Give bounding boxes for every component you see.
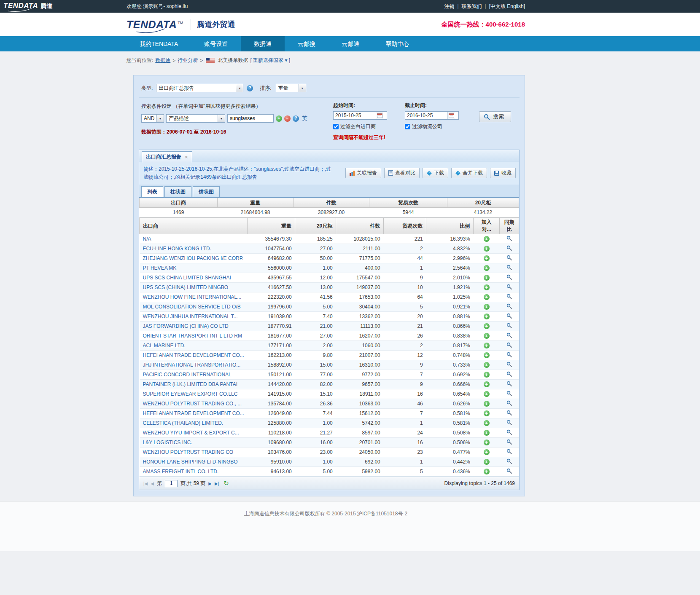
yoy-compare-icon[interactable] (506, 410, 512, 415)
remove-condition-icon[interactable]: − (284, 115, 291, 122)
yoy-compare-icon[interactable] (506, 371, 512, 377)
first-page-button[interactable]: |◀ (143, 481, 148, 486)
add-to-compare-icon[interactable]: + (484, 420, 490, 426)
add-to-compare-icon[interactable]: + (484, 362, 490, 368)
add-to-compare-icon[interactable]: + (484, 294, 490, 300)
yoy-compare-icon[interactable] (506, 439, 512, 445)
add-to-compare-icon[interactable]: + (484, 333, 490, 339)
exporter-name-link[interactable]: L&Y LOGISTICS INC. (143, 440, 192, 445)
exporter-name-link[interactable]: UPS SCS CHINA LIMITED SHANGHAI (143, 275, 231, 281)
filter-logistics-checkbox[interactable]: 过滤物流公司 (405, 123, 459, 130)
yoy-compare-icon[interactable] (506, 420, 512, 425)
exporter-name-link[interactable]: JHJ INTERNATIONAL TRANSPORTATIO... (143, 362, 241, 368)
add-to-compare-icon[interactable]: + (484, 410, 490, 416)
exporter-name-link[interactable]: WENZHOU HOW FINE INTERNATIONAL... (143, 294, 242, 300)
yoy-compare-icon[interactable] (506, 294, 512, 299)
add-to-compare-icon[interactable]: + (484, 459, 490, 465)
exporter-name-link[interactable]: ZHEJIANG WENZHOU PACKING I/E CORP. (143, 255, 244, 261)
add-to-compare-icon[interactable]: + (484, 314, 490, 319)
add-to-compare-icon[interactable]: + (484, 440, 490, 445)
contact-us-link[interactable]: 联系我们 (462, 3, 482, 10)
tab-list-view[interactable]: 列表 (141, 186, 163, 197)
yoy-compare-icon[interactable] (506, 284, 512, 289)
add-to-compare-icon[interactable]: + (484, 255, 490, 261)
exporter-name-link[interactable]: HEFEI ANAN TRADE DEVELOPMENT CO... (143, 352, 244, 358)
english-toggle-link[interactable]: 英 (302, 115, 307, 122)
start-date-input[interactable] (334, 113, 376, 118)
yoy-compare-icon[interactable] (506, 323, 512, 328)
add-condition-icon[interactable]: + (276, 115, 282, 122)
exporter-name-link[interactable]: PANTAINER (H.K.) LIMITED DBA PANTAI (143, 381, 237, 387)
yoy-compare-icon[interactable] (506, 458, 512, 464)
yoy-compare-icon[interactable] (506, 303, 512, 309)
add-to-compare-icon[interactable]: + (484, 343, 490, 348)
exporter-name-link[interactable]: CELESTICA (THAILAND) LIMITED. (143, 420, 223, 426)
nav-item-my-tendata[interactable]: 我的TENDATA (127, 36, 191, 51)
exporter-name-link[interactable]: HEFEI ANAN TRADE DEVELOPMENT CO... (143, 410, 244, 416)
yoy-compare-icon[interactable] (506, 468, 512, 474)
yoy-compare-icon[interactable] (506, 362, 512, 367)
add-to-compare-icon[interactable]: + (484, 381, 490, 387)
related-report-button[interactable]: 关联报告 (345, 168, 381, 178)
add-to-compare-icon[interactable]: + (484, 275, 490, 281)
yoy-compare-icon[interactable] (506, 332, 512, 338)
exporter-name-link[interactable]: MOL CONSOLIDATION SERVICE LTD O/B (143, 304, 241, 310)
exporter-name-link[interactable]: JAS FORWARDING (CHINA) CO LTD (143, 323, 229, 329)
add-to-compare-icon[interactable]: + (484, 304, 490, 310)
exporter-name-link[interactable]: ECU-LINE HONG KONG LTD. (143, 246, 211, 252)
add-to-compare-icon[interactable]: + (484, 236, 490, 242)
checkbox-input[interactable] (333, 124, 339, 129)
exporter-name-link[interactable]: AMASS FREIGHT INTL CO. LTD. (143, 469, 219, 474)
breadcrumb-link-datatong[interactable]: 数据通 (155, 57, 170, 64)
yoy-compare-icon[interactable] (506, 342, 512, 348)
add-to-compare-icon[interactable]: + (484, 352, 490, 358)
add-to-compare-icon[interactable]: + (484, 449, 490, 455)
calendar-icon[interactable] (376, 112, 383, 119)
yoy-compare-icon[interactable] (506, 245, 512, 251)
exporter-name-link[interactable]: PT HEVEA MK (143, 265, 177, 271)
exporter-name-link[interactable]: ORIENT STAR TRANSPORT INT L LTD RM (143, 333, 242, 339)
next-page-button[interactable]: ▶ (208, 481, 212, 486)
yoy-compare-icon[interactable] (506, 391, 512, 396)
add-to-compare-icon[interactable]: + (484, 372, 490, 378)
end-date-input[interactable] (405, 113, 447, 118)
add-to-compare-icon[interactable]: + (484, 401, 490, 407)
add-to-compare-icon[interactable]: + (484, 284, 490, 290)
view-compare-button[interactable]: 查看对比 (384, 168, 420, 178)
refresh-icon[interactable]: ↻ (223, 480, 229, 487)
nav-item-help-center[interactable]: 帮助中心 (372, 36, 422, 51)
nav-item-cloud-mail-search[interactable]: 云邮搜 (285, 36, 328, 51)
yoy-compare-icon[interactable] (506, 313, 512, 319)
yoy-compare-icon[interactable] (506, 449, 512, 454)
add-to-compare-icon[interactable]: + (484, 430, 490, 436)
reselect-country-link[interactable]: [ 重新选择国家 ▾ ] (250, 57, 290, 64)
yoy-compare-icon[interactable] (506, 381, 512, 386)
merge-download-button[interactable]: 合并下载 (451, 168, 487, 178)
add-to-compare-icon[interactable]: + (484, 469, 490, 474)
checkbox-input[interactable] (405, 124, 410, 129)
exporter-name-link[interactable]: WENZHOU POLYTRUST TRADING CO (143, 449, 234, 455)
nav-item-account-settings[interactable]: 账号设置 (191, 36, 241, 51)
yoy-compare-icon[interactable] (506, 236, 512, 241)
yoy-compare-icon[interactable] (506, 400, 512, 406)
last-page-button[interactable]: ▶| (215, 481, 219, 486)
download-button[interactable]: 下载 (423, 168, 448, 178)
search-button[interactable]: 搜索 (479, 111, 511, 122)
yoy-compare-icon[interactable] (506, 429, 512, 435)
exporter-name-link[interactable]: WENZHOU YIYU IMPORT & EXPORT C... (143, 430, 239, 436)
page-input[interactable] (165, 480, 178, 487)
nav-item-datatong[interactable]: 数据通 (241, 36, 285, 51)
language-switch-link[interactable]: [中文版 English] (489, 3, 525, 10)
exporter-name-link[interactable]: WENZHOU JINHUA INTERNATIONAL T... (143, 314, 238, 319)
yoy-compare-icon[interactable] (506, 274, 512, 280)
breadcrumb-link-industry-analysis[interactable]: 行业分析 (178, 57, 198, 64)
type-help-icon[interactable]: ? (247, 85, 253, 91)
exporter-name-link[interactable]: WENZHOU POLYTRUST TRADING CO., ... (143, 401, 242, 407)
exporter-name-link[interactable]: ACL MARINE LTD. (143, 343, 186, 348)
search-field-select[interactable]: 产品描述 ▼ (166, 114, 225, 123)
yoy-compare-icon[interactable] (506, 352, 512, 357)
filter-blank-importer-checkbox[interactable]: 过滤空白进口商 (333, 123, 387, 130)
exporter-name-link[interactable]: PACIFIC CONCORD INTERNATIONAL (143, 372, 232, 378)
boolean-operator-select[interactable]: AND ▼ (141, 114, 164, 123)
keyword-input[interactable] (227, 114, 274, 123)
